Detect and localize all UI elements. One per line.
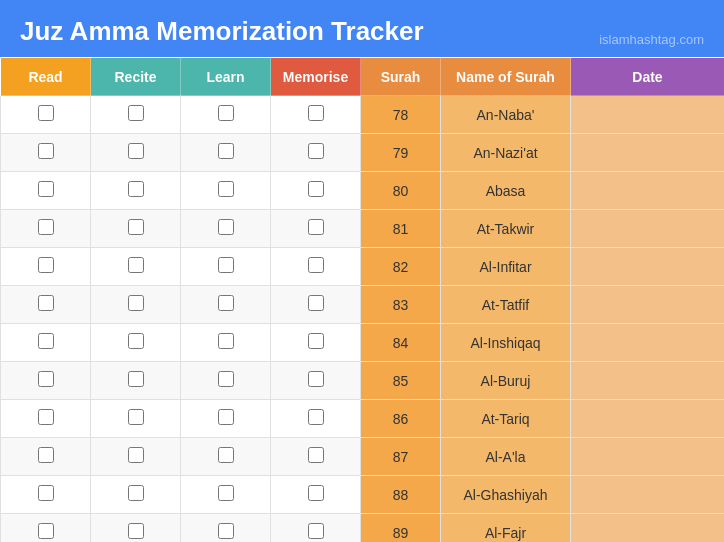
checkbox-learn-2[interactable] <box>218 181 234 197</box>
checkbox-recite-5[interactable] <box>128 295 144 311</box>
cell-read-1[interactable] <box>1 134 91 172</box>
cell-recite-3[interactable] <box>91 210 181 248</box>
cell-memorise-1[interactable] <box>271 134 361 172</box>
checkbox-memorise-1[interactable] <box>308 143 324 159</box>
cell-learn-7[interactable] <box>181 362 271 400</box>
checkbox-memorise-7[interactable] <box>308 371 324 387</box>
cell-memorise-8[interactable] <box>271 400 361 438</box>
cell-learn-10[interactable] <box>181 476 271 514</box>
cell-recite-6[interactable] <box>91 324 181 362</box>
cell-memorise-4[interactable] <box>271 248 361 286</box>
checkbox-read-9[interactable] <box>38 447 54 463</box>
cell-date-7[interactable] <box>571 362 725 400</box>
checkbox-memorise-10[interactable] <box>308 485 324 501</box>
cell-learn-8[interactable] <box>181 400 271 438</box>
cell-recite-4[interactable] <box>91 248 181 286</box>
cell-date-0[interactable] <box>571 96 725 134</box>
cell-recite-0[interactable] <box>91 96 181 134</box>
checkbox-recite-8[interactable] <box>128 409 144 425</box>
cell-date-4[interactable] <box>571 248 725 286</box>
checkbox-recite-0[interactable] <box>128 105 144 121</box>
cell-read-8[interactable] <box>1 400 91 438</box>
checkbox-recite-6[interactable] <box>128 333 144 349</box>
cell-memorise-9[interactable] <box>271 438 361 476</box>
cell-recite-8[interactable] <box>91 400 181 438</box>
cell-recite-10[interactable] <box>91 476 181 514</box>
cell-learn-6[interactable] <box>181 324 271 362</box>
checkbox-read-1[interactable] <box>38 143 54 159</box>
checkbox-learn-8[interactable] <box>218 409 234 425</box>
checkbox-memorise-8[interactable] <box>308 409 324 425</box>
checkbox-read-6[interactable] <box>38 333 54 349</box>
cell-recite-2[interactable] <box>91 172 181 210</box>
cell-memorise-3[interactable] <box>271 210 361 248</box>
checkbox-read-0[interactable] <box>38 105 54 121</box>
cell-memorise-6[interactable] <box>271 324 361 362</box>
cell-recite-11[interactable] <box>91 514 181 542</box>
cell-read-10[interactable] <box>1 476 91 514</box>
checkbox-memorise-2[interactable] <box>308 181 324 197</box>
cell-recite-1[interactable] <box>91 134 181 172</box>
cell-memorise-2[interactable] <box>271 172 361 210</box>
checkbox-recite-11[interactable] <box>128 523 144 539</box>
checkbox-learn-0[interactable] <box>218 105 234 121</box>
cell-date-6[interactable] <box>571 324 725 362</box>
cell-read-2[interactable] <box>1 172 91 210</box>
cell-date-10[interactable] <box>571 476 725 514</box>
checkbox-read-7[interactable] <box>38 371 54 387</box>
cell-memorise-5[interactable] <box>271 286 361 324</box>
cell-read-0[interactable] <box>1 96 91 134</box>
cell-learn-4[interactable] <box>181 248 271 286</box>
cell-date-2[interactable] <box>571 172 725 210</box>
cell-learn-11[interactable] <box>181 514 271 542</box>
checkbox-learn-6[interactable] <box>218 333 234 349</box>
cell-memorise-7[interactable] <box>271 362 361 400</box>
checkbox-memorise-0[interactable] <box>308 105 324 121</box>
checkbox-memorise-5[interactable] <box>308 295 324 311</box>
checkbox-recite-1[interactable] <box>128 143 144 159</box>
checkbox-learn-1[interactable] <box>218 143 234 159</box>
checkbox-memorise-4[interactable] <box>308 257 324 273</box>
checkbox-learn-10[interactable] <box>218 485 234 501</box>
cell-memorise-10[interactable] <box>271 476 361 514</box>
cell-recite-7[interactable] <box>91 362 181 400</box>
cell-memorise-0[interactable] <box>271 96 361 134</box>
checkbox-learn-7[interactable] <box>218 371 234 387</box>
checkbox-read-4[interactable] <box>38 257 54 273</box>
checkbox-recite-2[interactable] <box>128 181 144 197</box>
cell-learn-3[interactable] <box>181 210 271 248</box>
checkbox-read-10[interactable] <box>38 485 54 501</box>
cell-date-5[interactable] <box>571 286 725 324</box>
checkbox-learn-9[interactable] <box>218 447 234 463</box>
cell-read-7[interactable] <box>1 362 91 400</box>
checkbox-read-11[interactable] <box>38 523 54 539</box>
checkbox-learn-11[interactable] <box>218 523 234 539</box>
cell-recite-5[interactable] <box>91 286 181 324</box>
cell-date-9[interactable] <box>571 438 725 476</box>
cell-date-8[interactable] <box>571 400 725 438</box>
cell-date-1[interactable] <box>571 134 725 172</box>
cell-learn-5[interactable] <box>181 286 271 324</box>
checkbox-read-5[interactable] <box>38 295 54 311</box>
cell-recite-9[interactable] <box>91 438 181 476</box>
cell-read-6[interactable] <box>1 324 91 362</box>
checkbox-learn-4[interactable] <box>218 257 234 273</box>
checkbox-read-3[interactable] <box>38 219 54 235</box>
checkbox-recite-9[interactable] <box>128 447 144 463</box>
cell-memorise-11[interactable] <box>271 514 361 542</box>
checkbox-memorise-9[interactable] <box>308 447 324 463</box>
cell-read-4[interactable] <box>1 248 91 286</box>
cell-learn-0[interactable] <box>181 96 271 134</box>
cell-date-11[interactable] <box>571 514 725 542</box>
checkbox-recite-3[interactable] <box>128 219 144 235</box>
cell-read-3[interactable] <box>1 210 91 248</box>
checkbox-memorise-6[interactable] <box>308 333 324 349</box>
checkbox-learn-3[interactable] <box>218 219 234 235</box>
checkbox-memorise-3[interactable] <box>308 219 324 235</box>
checkbox-read-2[interactable] <box>38 181 54 197</box>
cell-read-11[interactable] <box>1 514 91 542</box>
cell-read-9[interactable] <box>1 438 91 476</box>
checkbox-memorise-11[interactable] <box>308 523 324 539</box>
cell-date-3[interactable] <box>571 210 725 248</box>
checkbox-recite-7[interactable] <box>128 371 144 387</box>
